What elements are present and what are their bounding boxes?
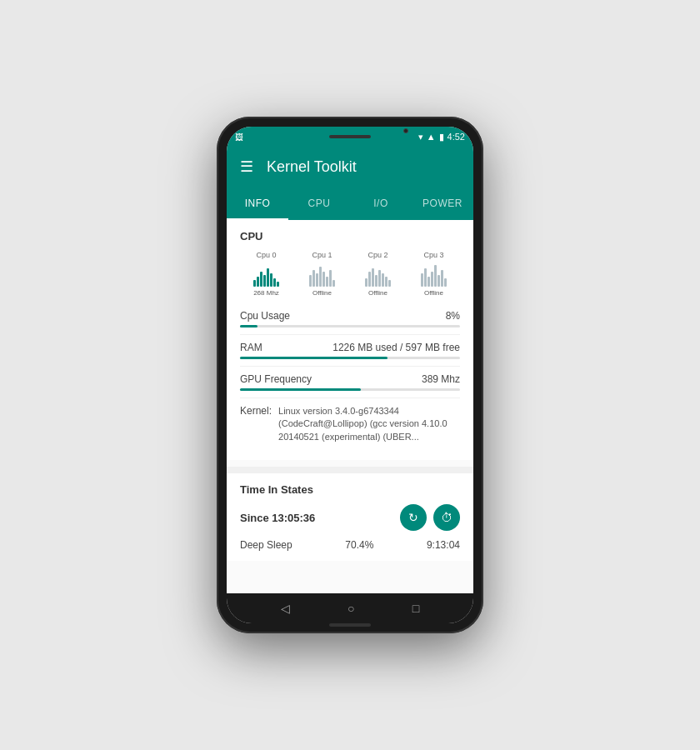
core-0-label: Cpu 0 [256,251,276,259]
status-right: ▾ ▲ ▮ 4:52 [418,132,465,142]
cpu-usage-row: Cpu Usage 8% [240,303,460,335]
bar [428,277,430,287]
bar [375,275,378,287]
cpu-core-1: Cpu 1 Offline [296,251,348,297]
ram-row: RAM 1226 MB used / 597 MB free [240,335,460,367]
bar [260,272,262,287]
gpu-row: GPU Frequency 389 Mhz [240,367,460,398]
kernel-value: Linux version 3.4.0-g6743344 (CodeCraft@… [278,405,460,443]
kernel-label: Kernel: [240,405,272,443]
bar [378,270,381,287]
kernel-row: Kernel: Linux version 3.4.0-g6743344 (Co… [240,398,460,450]
bar [267,268,269,287]
core-2-bars [365,262,391,287]
tab-info[interactable]: Info [227,187,288,220]
ram-value: 1226 MB used / 597 MB free [332,342,460,353]
bar [309,275,312,287]
cpu-usage-label: Cpu Usage [240,310,290,322]
status-left: 🖼 [235,132,243,142]
deep-sleep-time: 9:13:04 [427,539,460,551]
bar [365,278,368,287]
bar [438,275,440,287]
time-since-label: Since 13:05:36 [240,512,315,524]
core-3-freq: Offline [424,289,443,297]
tab-cpu[interactable]: Cpu [288,187,350,220]
notification-icon: 🖼 [235,132,243,142]
bar [273,278,276,287]
menu-icon[interactable]: ☰ [240,159,253,174]
deep-sleep-percentage: 70.4% [345,539,373,551]
tab-bar: Info Cpu I/O Power [227,187,473,220]
bar [319,267,322,287]
core-2-freq: Offline [368,289,388,297]
back-button[interactable]: ◁ [281,602,290,615]
core-1-bars [309,262,335,287]
bar [388,280,391,287]
refresh-button[interactable]: ↻ [400,504,427,531]
bar [372,268,374,287]
core-0-bars [253,262,279,287]
time-in-states-section: Time In States Since 13:05:36 ↻ ⏱ Deep S… [227,473,473,561]
gpu-label: GPU Frequency [240,373,312,385]
gpu-value: 389 Mhz [422,373,460,385]
bar [444,278,447,287]
recent-button[interactable]: □ [412,602,419,615]
bar [257,277,259,287]
cpu-core-2: Cpu 2 Offline [352,251,404,297]
cpu-section-title: CPU [240,230,460,242]
bar [332,280,335,287]
bar [441,270,443,287]
time-actions: ↻ ⏱ [400,504,460,531]
tab-power[interactable]: Power [412,187,473,220]
time-header-row: Since 13:05:36 ↻ ⏱ [240,504,460,531]
bar [270,273,272,287]
cpu-core-3: Cpu 3 Offline [408,251,460,297]
tab-io[interactable]: I/O [350,187,412,220]
bar [368,272,371,287]
core-1-label: Cpu 1 [312,251,332,259]
core-2-label: Cpu 2 [368,251,388,259]
bar [277,282,279,287]
gpu-progress-bg [240,388,460,391]
ram-progress-fill [240,357,388,359]
bar [382,273,384,287]
core-0-freq: 268 Mhz [253,289,279,297]
bar [312,270,315,287]
battery-icon: ▮ [439,132,444,142]
cpu-usage-progress-fill [240,325,258,328]
ram-progress-bg [240,357,460,359]
toolbar: ☰ Kernel Toolkit [227,147,473,187]
bar [263,275,266,287]
signal-icon: ▲ [427,132,436,142]
cpu-cores-container: Cpu 0 268 Mhz [240,251,460,297]
cpu-usage-value: 8% [446,310,460,322]
bar [434,265,437,287]
phone-speaker [329,135,371,138]
deep-sleep-label: Deep Sleep [240,539,292,551]
bar [424,268,427,287]
cpu-section: CPU Cpu 0 [227,220,473,460]
app-title: Kernel Toolkit [267,158,357,176]
home-button[interactable]: ○ [348,602,354,615]
bar [326,277,328,287]
core-3-bars [421,262,447,287]
section-divider [227,467,473,473]
bar [316,273,318,287]
cpu-usage-progress-bg [240,325,460,328]
core-3-label: Cpu 3 [423,251,443,259]
timer-button[interactable]: ⏱ [433,504,460,531]
content-area: CPU Cpu 0 [227,220,473,593]
core-1-freq: Offline [312,289,332,297]
phone-device: 🖼 ▾ ▲ ▮ 4:52 ☰ Kernel Toolkit Info Cpu I… [217,117,483,633]
time-display: 4:52 [448,132,465,142]
phone-bottom-button [329,623,371,627]
phone-screen: 🖼 ▾ ▲ ▮ 4:52 ☰ Kernel Toolkit Info Cpu I… [227,127,473,623]
bar [431,272,433,287]
bar [329,270,332,287]
gpu-progress-fill [240,388,361,391]
wifi-icon: ▾ [418,132,423,142]
cpu-core-0: Cpu 0 268 Mhz [240,251,292,297]
phone-camera [403,128,408,133]
bar [385,277,388,287]
bar [322,272,325,287]
